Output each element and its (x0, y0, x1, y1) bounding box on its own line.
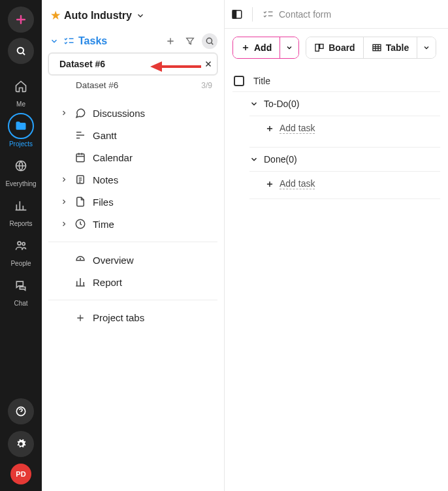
table-icon (372, 42, 382, 53)
task-list-child-name: Dataset #6 (76, 80, 118, 90)
nav-calendar[interactable]: Calendar (48, 146, 217, 168)
chevron-right-icon (60, 176, 68, 183)
nav-people-label: People (10, 260, 31, 267)
group-done-toggle[interactable]: Done(0) (249, 147, 440, 172)
task-list-dataset6-child[interactable]: Dataset #6 3/9 (48, 75, 217, 95)
close-icon[interactable] (204, 59, 213, 69)
task-list-dataset6[interactable]: Dataset #6 (48, 53, 217, 75)
nav-gantt[interactable]: Gantt (48, 124, 217, 146)
tasks-icon (63, 35, 74, 47)
contact-form-label: Contact form (279, 9, 331, 20)
nav-chat-label: Chat (14, 300, 27, 307)
group-label: To-Do (264, 99, 288, 109)
chevron-down-icon (136, 11, 145, 20)
nav-reports[interactable]: Reports (0, 193, 42, 227)
plus-icon (74, 313, 86, 323)
nav-projects[interactable]: Projects (0, 113, 42, 148)
nav-rail: Me Projects Everything Reports People (0, 0, 42, 491)
chevron-right-icon (60, 109, 68, 117)
help-button[interactable] (8, 398, 34, 424)
home-icon (8, 73, 34, 99)
project-title: Auto Industry (64, 10, 132, 22)
add-project-tab[interactable]: Project tabs (48, 307, 217, 328)
nav-files[interactable]: Files (48, 191, 217, 213)
nav-time[interactable]: Time (48, 213, 217, 235)
select-all-checkbox[interactable] (234, 76, 244, 86)
plus-icon (265, 124, 274, 133)
nav-item-label: Report (93, 277, 122, 288)
panel-layout-button[interactable] (231, 8, 243, 20)
chat-icon (8, 272, 34, 298)
chevron-right-icon (60, 220, 68, 228)
board-label: Board (328, 42, 355, 53)
tasks-label: Tasks (78, 35, 107, 47)
view-board-button[interactable]: Board (306, 37, 362, 58)
nav-me[interactable]: Me (0, 73, 42, 108)
main-panel: Contact form Add Board (225, 0, 448, 491)
task-count: 3/9 (201, 81, 212, 90)
create-button[interactable] (8, 7, 34, 33)
view-table-button[interactable]: Table (363, 37, 417, 58)
user-avatar[interactable]: PD (10, 464, 31, 484)
nav-item-label: Notes (93, 174, 118, 185)
globe-icon (8, 153, 34, 179)
nav-chat[interactable]: Chat (0, 272, 42, 307)
chevron-down-icon (423, 44, 430, 52)
clock-icon (74, 218, 86, 230)
bar-chart-icon (8, 193, 34, 219)
add-task-list-button[interactable] (163, 33, 178, 49)
group-label: Done (264, 154, 285, 165)
filter-button[interactable] (182, 33, 198, 49)
settings-button[interactable] (8, 431, 34, 457)
nav-item-label: Files (93, 197, 114, 208)
nav-report[interactable]: Report (48, 271, 217, 293)
plus-icon (241, 43, 250, 52)
bar-chart-icon (74, 276, 86, 288)
svg-point-0 (18, 48, 24, 54)
svg-point-5 (206, 38, 212, 43)
svg-rect-15 (373, 44, 381, 50)
svg-point-3 (22, 242, 25, 245)
people-icon (8, 232, 34, 259)
nav-overview[interactable]: Overview (48, 249, 217, 271)
folder-icon (8, 113, 34, 139)
column-header-row: Title (232, 71, 440, 92)
svg-rect-6 (76, 154, 84, 162)
discussions-icon (74, 107, 86, 119)
star-icon: ★ (51, 9, 60, 22)
group-todo-toggle[interactable]: To-Do(0) (249, 92, 440, 116)
nav-people[interactable]: People (0, 232, 42, 267)
nav-me-label: Me (16, 101, 25, 108)
add-dropdown[interactable] (280, 37, 298, 58)
plus-icon (265, 180, 274, 189)
gantt-icon (74, 129, 86, 141)
svg-rect-12 (232, 10, 236, 18)
contact-form-link[interactable]: Contact form (262, 8, 331, 20)
nav-item-label: Project tabs (93, 312, 144, 323)
search-button[interactable] (8, 38, 34, 64)
board-icon (314, 42, 325, 53)
project-selector[interactable]: ★ Auto Industry (48, 9, 217, 22)
table-label: Table (386, 42, 409, 53)
nav-discussions[interactable]: Discussions (48, 102, 217, 124)
add-task-label: Add task (280, 178, 315, 189)
column-title: Title (253, 76, 270, 86)
chevron-down-icon (249, 155, 259, 164)
nav-item-label: Time (93, 219, 114, 230)
chevron-right-icon (60, 198, 68, 206)
nav-item-label: Overview (93, 255, 134, 266)
view-dropdown[interactable] (417, 37, 436, 58)
add-task-done[interactable]: Add task (249, 172, 440, 199)
calendar-icon (74, 151, 86, 163)
add-task-label: Add task (280, 123, 315, 134)
nav-everything[interactable]: Everything (0, 153, 42, 187)
task-list-name: Dataset #6 (59, 59, 105, 69)
form-icon (262, 8, 274, 20)
add-task-todo[interactable]: Add task (249, 116, 440, 147)
group-count: (0) (285, 154, 296, 165)
add-button[interactable]: Add (233, 37, 280, 58)
nav-notes[interactable]: Notes (48, 168, 217, 191)
nav-item-label: Discussions (93, 108, 145, 119)
search-tasks-button[interactable] (202, 33, 217, 49)
tasks-section-toggle[interactable]: Tasks (50, 35, 107, 47)
